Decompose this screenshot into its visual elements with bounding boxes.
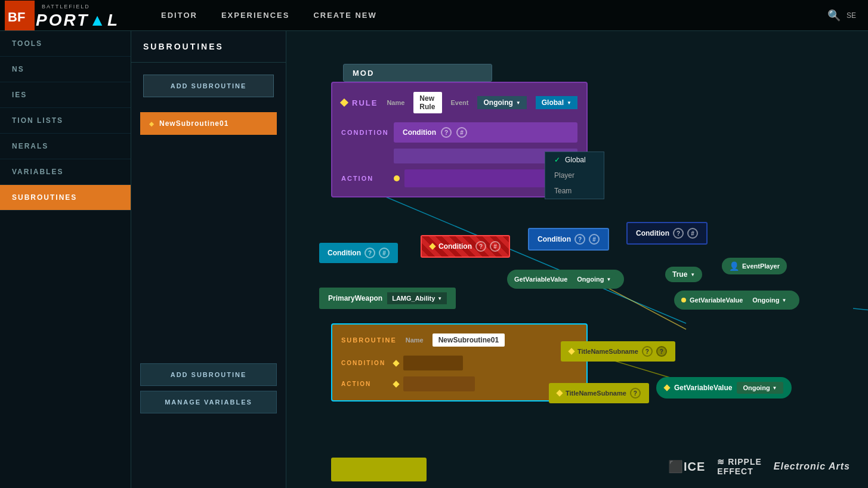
rule-label: RULE xyxy=(341,98,378,107)
search-button[interactable]: 🔍 xyxy=(827,9,841,22)
action-connector-dot xyxy=(394,175,400,181)
sidebar-item-subroutines[interactable]: SUBROUTINES xyxy=(0,185,131,211)
condition-cyan-help-icon[interactable]: ? xyxy=(365,248,375,258)
title-2-diamond xyxy=(556,390,563,396)
sidebar: TOOLS NS IES TION LISTS NERALS VARIABLES… xyxy=(0,31,131,488)
scope-dropdown-menu: ✓ Global Player Team xyxy=(545,152,604,199)
add-subroutine-button[interactable]: ADD SUBROUTINE xyxy=(143,75,274,97)
ea-logo: Electronic Arts xyxy=(774,461,850,472)
nav-create-new[interactable]: CREATE NEW xyxy=(313,11,376,20)
rule-scope-dropdown[interactable]: Global xyxy=(536,96,577,109)
condition-help-icon[interactable]: ? xyxy=(441,127,452,138)
subroutine-action-bar xyxy=(403,376,475,391)
subroutine-cond-diamond xyxy=(393,360,399,366)
action-row: ACTION xyxy=(341,169,577,187)
ripple-effect-logo: ≋ RIPPLEEFFECT xyxy=(717,457,761,476)
rule-container: RULE Name New Rule Event Ongoing Global … xyxy=(331,82,588,197)
svg-line-4 xyxy=(853,308,868,323)
true-dropdown[interactable]: True xyxy=(665,267,702,282)
weapon-dropdown[interactable]: LAMG_Ability xyxy=(387,292,447,304)
title-1-action-icon[interactable]: ? xyxy=(656,346,667,357)
bottom-yellow-block xyxy=(331,458,427,481)
primary-weapon-block[interactable]: PrimaryWeapon LAMG_Ability xyxy=(319,288,456,309)
mod-block: MOD xyxy=(343,64,492,82)
nav-editor[interactable]: EDITOR xyxy=(161,11,197,20)
condition-hash-icon[interactable]: # xyxy=(456,127,467,138)
scope-option-global[interactable]: ✓ Global xyxy=(545,152,604,168)
add-subroutine-bottom-button[interactable]: ADD SUBROUTINE xyxy=(140,363,277,386)
svg-text:BF: BF xyxy=(8,10,25,24)
subroutine-action-diamond xyxy=(393,381,399,387)
sidebar-bottom-buttons: ADD SUBROUTINE MANAGE VARIABLES xyxy=(131,360,286,416)
rule-event-label: Event xyxy=(451,99,469,106)
rule-name-label: Name xyxy=(387,99,404,106)
sidebar-item-tion-lists[interactable]: TION LISTS xyxy=(0,108,131,134)
subroutine-name-label: Name xyxy=(406,336,424,344)
get-var-large-diamond xyxy=(663,384,670,391)
condition-cyan-hash-icon[interactable]: # xyxy=(379,248,390,258)
condition-red-label: Condition xyxy=(438,242,472,251)
get-var-1-label: GetVariableValue xyxy=(514,276,567,283)
brand-prefix: BATTLEFIELD xyxy=(42,4,90,10)
scope-option-player[interactable]: Player xyxy=(545,168,604,183)
get-variable-value-2[interactable]: GetVariableValue Ongoing xyxy=(674,291,799,310)
get-variable-value-1[interactable]: GetVariableValue Ongoing xyxy=(507,270,624,289)
title-name-subname-1[interactable]: TitleNameSubname ? ? xyxy=(561,341,675,362)
scope-option-team[interactable]: Team xyxy=(545,183,604,199)
title-2-help-icon[interactable]: ? xyxy=(630,388,641,399)
condition-node-red[interactable]: Condition ? # xyxy=(421,235,510,258)
subroutine-action-row: ACTION xyxy=(341,376,577,391)
subroutine-header: SUBROUTINE Name NewSubroutine01 xyxy=(341,333,577,347)
sidebar-item-variables[interactable]: VARIABLES xyxy=(0,159,131,185)
footer-logos: ⬛ICE ≋ RIPPLEEFFECT Electronic Arts xyxy=(668,457,850,476)
condition-dark-hash-icon[interactable]: # xyxy=(687,228,698,239)
subroutine-item-0[interactable]: NewSubroutine01 xyxy=(140,112,277,135)
title-1-help-icon[interactable]: ? xyxy=(642,346,653,357)
condition-node-dark-blue[interactable]: Condition ? # xyxy=(626,222,708,245)
dice-logo: ⬛ICE xyxy=(668,459,705,474)
title-1-diamond xyxy=(568,348,574,354)
condition-blue-label: Condition xyxy=(538,235,571,243)
manage-variables-button[interactable]: MANAGE VARIABLES xyxy=(140,391,277,413)
condition-node-blue[interactable]: Condition ? # xyxy=(528,228,609,251)
condition-node-cyan[interactable]: Condition ? # xyxy=(319,243,398,263)
condition-blue-help-icon[interactable]: ? xyxy=(574,234,585,245)
nav-experiences[interactable]: EXPERIENCES xyxy=(221,11,289,20)
title-2-label: TitleNameSubname xyxy=(566,390,626,397)
get-variable-value-large[interactable]: GetVariableValue Ongoing xyxy=(656,377,792,399)
get-var-1-dropdown[interactable]: Ongoing xyxy=(571,273,617,285)
condition-red-diamond xyxy=(429,243,435,249)
condition-dark-blue-label: Condition xyxy=(636,229,669,237)
subroutines-header: SUBROUTINES xyxy=(131,31,286,63)
get-var-2-dot xyxy=(681,298,686,302)
subroutines-panel: SUBROUTINES ADD SUBROUTINE NewSubroutine… xyxy=(131,31,286,488)
sidebar-item-tools[interactable]: TOOLS xyxy=(0,31,131,57)
sidebar-item-ies[interactable]: IES xyxy=(0,82,131,108)
get-var-large-label: GetVariableValue xyxy=(674,384,732,392)
title-name-subname-2[interactable]: TitleNameSubname ? xyxy=(549,383,649,403)
get-var-large-dropdown[interactable]: Ongoing xyxy=(737,382,783,394)
condition-red-hash-icon[interactable]: # xyxy=(490,241,501,252)
condition-block[interactable]: Condition ? # xyxy=(394,122,577,143)
subroutine-condition-row: CONDITION xyxy=(341,356,577,370)
sidebar-item-ns[interactable]: NS xyxy=(0,57,131,82)
condition-section-label: CONDITION xyxy=(341,129,389,136)
event-player-block[interactable]: 👤 EventPlayer xyxy=(722,258,787,274)
primary-weapon-label: PrimaryWeapon xyxy=(328,294,382,302)
rule-name-value[interactable]: New Rule xyxy=(413,92,441,113)
subroutine-condition-label: CONDITION xyxy=(341,360,389,366)
nav-bar: EDITOR EXPERIENCES CREATE NEW xyxy=(161,11,377,20)
get-var-2-dropdown[interactable]: Ongoing xyxy=(746,294,792,306)
title-1-label: TitleNameSubname xyxy=(577,348,638,355)
condition-red-help-icon[interactable]: ? xyxy=(475,241,486,252)
rule-header: RULE Name New Rule Event Ongoing Global xyxy=(341,92,577,113)
sidebar-item-nerals[interactable]: NERALS xyxy=(0,134,131,159)
rule-diamond-icon xyxy=(340,98,348,107)
subroutine-name-field[interactable]: NewSubroutine01 xyxy=(433,333,505,347)
check-icon: ✓ xyxy=(554,156,560,164)
condition-blue-hash-icon[interactable]: # xyxy=(589,234,600,245)
rule-event-dropdown[interactable]: Ongoing xyxy=(477,96,526,109)
mod-label: MOD xyxy=(353,69,374,78)
condition-dark-help-icon[interactable]: ? xyxy=(673,228,684,239)
battlefield-icon: BF xyxy=(5,1,35,30)
